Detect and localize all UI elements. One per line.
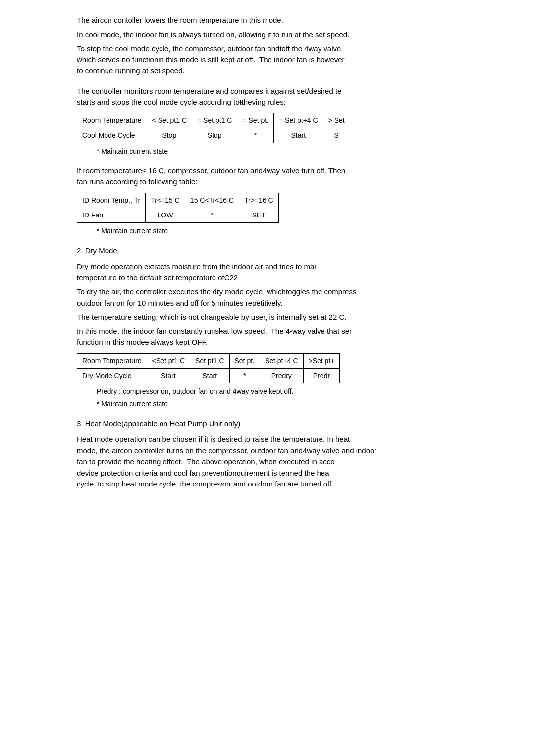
cool-table-header-4: = Set pt+4 C xyxy=(274,113,323,128)
id-fan-header-0: ID Room Temp., Tr xyxy=(77,193,146,208)
para4: The controller monitors room temperature… xyxy=(77,86,458,108)
heat-mode-section: 3. Heat Mode(applicable on Heat Pump Uni… xyxy=(77,418,458,490)
para7: To dry the air, the controller executes … xyxy=(77,286,458,309)
section2-heading: 2. Dry Mode xyxy=(77,245,458,257)
cool-table-row-3: * xyxy=(237,128,274,143)
dry-note2: * Maintain current state xyxy=(97,399,458,409)
cool-table-row-label: Cool Mode Cycle xyxy=(77,128,147,143)
dry-table-row-3: * xyxy=(229,368,260,383)
id-fan-row-1: LOW xyxy=(146,208,185,222)
cool-mode-table-wrapper: Room Temperature < Set pt1 C = Set pt1 C… xyxy=(77,113,458,143)
cool-table-header-1: < Set pt1 C xyxy=(147,113,192,128)
dry-note1: Predry : compressor on, outdoor fan on a… xyxy=(97,386,458,397)
id-fan-section: If room temperature≤ 16 C, compressor, o… xyxy=(77,165,458,236)
dry-mode-table-wrapper: Room Temperature <Set pt1 C Set pt1 C Se… xyxy=(77,353,458,383)
cool-table-row-2: Stop xyxy=(192,128,237,143)
dry-table-header-0: Room Temperature xyxy=(77,353,147,368)
para6: Dry mode operation extracts moisture fro… xyxy=(77,261,458,283)
id-fan-header-2: 15 C<Tr<16 C xyxy=(185,193,239,208)
dry-table-row-4: Predry xyxy=(260,368,303,383)
dry-table-row-5: Predr xyxy=(303,368,340,383)
id-fan-header-3: Tr>=16 C xyxy=(239,193,279,208)
id-fan-row-2: * xyxy=(185,208,239,222)
cool-table-header-2: = Set pt1 C xyxy=(192,113,237,128)
cool-table-row-1: Stop xyxy=(147,128,192,143)
cool-mode-table: Room Temperature < Set pt1 C = Set pt1 C… xyxy=(77,113,350,143)
id-fan-table-note: * Maintain current state xyxy=(97,226,458,236)
dry-table-row-2: Start xyxy=(190,368,229,383)
dry-mode-section: 2. Dry Mode Dry mode operation extracts … xyxy=(77,245,458,409)
dry-table-row-label: Dry Mode Cycle xyxy=(77,368,147,383)
dry-table-header-4: Set pt+4 C xyxy=(260,353,303,368)
para10: Heat mode operation can be chosen if it … xyxy=(77,434,458,490)
dry-table-header-2: Set pt1 C xyxy=(190,353,229,368)
dry-mode-table: Room Temperature <Set pt1 C Set pt1 C Se… xyxy=(77,353,340,383)
cool-table-header-3: = Set pt. xyxy=(237,113,274,128)
dry-table-row-1: Start xyxy=(147,368,190,383)
para2: In cool mode, the indoor fan is always t… xyxy=(77,29,458,41)
para1: The aircon contoller lowers the room tem… xyxy=(77,15,458,26)
id-fan-row-3: SET xyxy=(239,208,279,222)
dry-table-header-3: Set pt. xyxy=(229,353,260,368)
para5: If room temperature≤ 16 C, compressor, o… xyxy=(77,165,458,188)
cool-table-note: * Maintain current state xyxy=(97,146,458,157)
para8: The temperature setting, which is not ch… xyxy=(77,312,458,323)
cool-table-header-0: Room Temperature xyxy=(77,113,147,128)
id-fan-row-label: ID Fan xyxy=(77,208,146,222)
id-fan-header-1: Tr<=15 C xyxy=(146,193,185,208)
section3-heading: 3. Heat Mode(applicable on Heat Pump Uni… xyxy=(77,418,458,430)
para3: To stop the cool mode cycle, the compres… xyxy=(77,43,458,77)
cool-table-row-4: Start xyxy=(274,128,323,143)
intro-section: The aircon contoller lowers the room tem… xyxy=(77,15,458,77)
id-fan-table: ID Room Temp., Tr Tr<=15 C 15 C<Tr<16 C … xyxy=(77,193,279,223)
cool-mode-section: The controller monitors room temperature… xyxy=(77,86,458,157)
dry-table-header-1: <Set pt1 C xyxy=(147,353,190,368)
para9: In this mode, the indoor fan constantly … xyxy=(77,326,458,348)
cool-table-row-5: S xyxy=(323,128,350,143)
dry-table-header-5: >Set pt+ xyxy=(303,353,340,368)
cool-table-header-5: > Set xyxy=(323,113,350,128)
id-fan-table-wrapper: ID Room Temp., Tr Tr<=15 C 15 C<Tr<16 C … xyxy=(77,193,458,223)
